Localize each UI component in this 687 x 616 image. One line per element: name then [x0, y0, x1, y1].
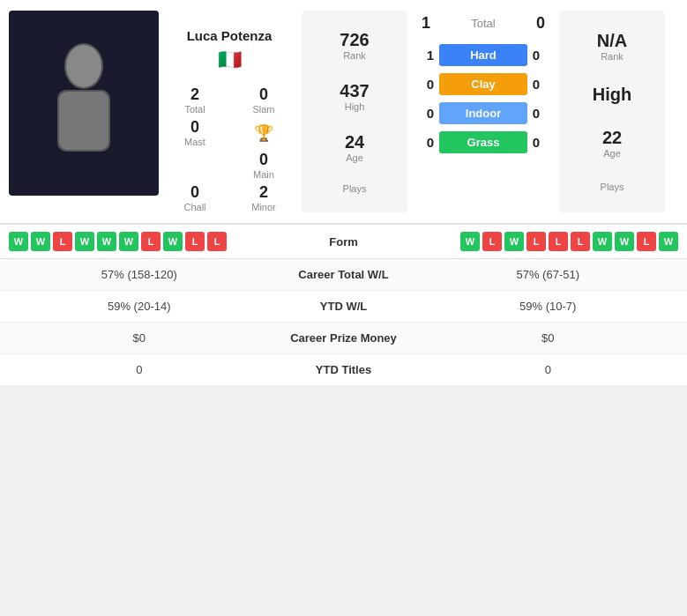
stats-row-2: $0 Career Prize Money $0 [0, 323, 687, 354]
clay-button[interactable]: Clay [439, 73, 527, 95]
right-mast-label: Mast [674, 137, 687, 147]
left-chall: 0 [166, 183, 224, 202]
form-badge-l: L [482, 232, 502, 251]
form-badge-l: L [141, 232, 161, 251]
right-rank-value: N/A [597, 31, 627, 51]
form-badge-w: W [593, 232, 612, 251]
hard-left-score: 1 [422, 48, 439, 63]
surface-indoor-row: 0 Indoor 0 [413, 100, 554, 127]
left-total-label: Total [166, 104, 224, 115]
form-badges-right: WLWLLLWWLW [397, 232, 679, 251]
form-badge-l: L [549, 232, 568, 251]
left-rank-label: Rank [340, 50, 369, 61]
match-total-left: 1 [422, 14, 430, 33]
left-high-item: 437 High [340, 81, 369, 112]
stats-row-1: 59% (20-14) YTD W/L 59% (10-7) [0, 291, 687, 323]
hard-right-score: 0 [527, 48, 545, 63]
left-player-photo [9, 11, 159, 196]
surface-hard-row: 1 Hard 0 [413, 41, 554, 69]
left-mast-label: Mast [166, 137, 224, 147]
left-total: 2 [166, 85, 224, 104]
form-badge-w: W [163, 232, 183, 251]
stats-row-right-1: 59% (10-7) [423, 300, 674, 313]
right-mast: 0 [674, 118, 687, 137]
form-badge-w: W [97, 232, 116, 251]
stats-row-left-0: 57% (158-120) [14, 268, 265, 281]
clay-left-score: 0 [422, 77, 439, 92]
left-age-item: 24 Age [345, 132, 364, 163]
form-badge-l: L [207, 232, 227, 251]
left-stats-grid: 2 Total 0 Slam 0 Mast 🏆 0 [166, 85, 293, 212]
right-age-label: Age [602, 148, 622, 159]
stats-row-left-1: 59% (20-14) [14, 300, 265, 313]
svg-rect-3 [59, 92, 108, 150]
hard-button[interactable]: Hard [439, 44, 527, 66]
form-badge-w: W [615, 232, 634, 251]
form-badge-w: W [9, 232, 28, 251]
indoor-right-score: 0 [527, 106, 545, 121]
stats-row-right-2: $0 [423, 331, 674, 345]
right-player-info: Elgin Khoeblal 🇳🇱 0 Total 0 Slam 0 Mast … [667, 11, 687, 212]
right-plays-label: Plays [601, 182, 624, 192]
left-age-value: 24 [345, 132, 364, 152]
left-center-stats: 726 Rank 437 High 24 Age Plays [302, 11, 407, 212]
form-badge-l: L [185, 232, 205, 251]
right-age-item: 22 Age [602, 128, 622, 159]
form-badge-w: W [504, 232, 524, 251]
left-slam-label: Slam [235, 104, 293, 115]
right-center-stats: N/A Rank High 22 Age Plays [559, 11, 665, 212]
form-badge-w: W [460, 232, 480, 251]
stats-row-center-3: YTD Titles [265, 363, 423, 376]
match-total-label: Total [471, 17, 495, 30]
stats-row-3: 0 YTD Titles 0 [0, 354, 687, 386]
svg-point-1 [66, 45, 101, 87]
grass-button[interactable]: Grass [439, 131, 527, 153]
right-high-value: High [593, 85, 631, 105]
form-badges-left: WWLWWWLWLL [9, 232, 291, 251]
left-player-flag: 🇮🇹 [218, 48, 242, 71]
stats-row-right-3: 0 [423, 363, 674, 376]
left-trophy-icon: 🏆 [254, 123, 273, 143]
match-header: 1 Total 0 [413, 11, 554, 36]
main-container: Luca Potenza 🇮🇹 2 Total 0 Slam 0 Mast 🏆 [0, 0, 687, 386]
stats-row-left-3: 0 [14, 363, 265, 376]
surface-clay-row: 0 Clay 0 [413, 71, 554, 98]
left-chall-label: Chall [166, 202, 224, 212]
right-high-item: High [593, 85, 631, 105]
grass-right-score: 0 [527, 135, 545, 150]
form-badge-l: L [53, 232, 72, 251]
stats-row-center-2: Career Prize Money [265, 331, 423, 345]
right-chall-label: Chall [674, 202, 687, 212]
left-high-label: High [340, 101, 369, 112]
form-badge-w: W [75, 232, 94, 251]
left-mast: 0 [166, 118, 224, 137]
surface-grass-row: 0 Grass 0 [413, 129, 554, 156]
grass-left-score: 0 [422, 135, 439, 150]
top-section: Luca Potenza 🇮🇹 2 Total 0 Slam 0 Mast 🏆 [0, 0, 687, 224]
stats-row-right-0: 57% (67-51) [423, 268, 674, 281]
form-badge-w: W [659, 232, 678, 251]
form-badge-l: L [571, 232, 590, 251]
right-age-value: 22 [602, 128, 622, 148]
left-minor: 2 [235, 183, 293, 202]
left-main: 0 [235, 151, 293, 169]
match-total-right: 0 [536, 14, 545, 33]
right-plays-item: Plays [601, 182, 624, 192]
left-player-name: Luca Potenza [187, 28, 273, 43]
form-badge-l: L [637, 232, 656, 251]
left-minor-label: Minor [235, 202, 293, 212]
stats-row-center-0: Career Total W/L [265, 268, 423, 281]
right-stats-grid: 0 Total 0 Slam 0 Mast 🏆 0 Main [674, 85, 687, 212]
form-label: Form [291, 235, 397, 249]
left-rank-item: 726 Rank [340, 30, 369, 61]
stats-row-0: 57% (158-120) Career Total W/L 57% (67-5… [0, 259, 687, 291]
left-age-label: Age [345, 152, 364, 163]
clay-right-score: 0 [527, 77, 545, 92]
indoor-button[interactable]: Indoor [439, 102, 527, 124]
left-player-info: Luca Potenza 🇮🇹 2 Total 0 Slam 0 Mast 🏆 [159, 11, 300, 212]
left-slam: 0 [235, 85, 293, 104]
form-badge-l: L [526, 232, 546, 251]
stats-row-left-2: $0 [14, 331, 265, 345]
form-badge-w: W [31, 232, 50, 251]
left-main-label: Main [235, 169, 293, 180]
